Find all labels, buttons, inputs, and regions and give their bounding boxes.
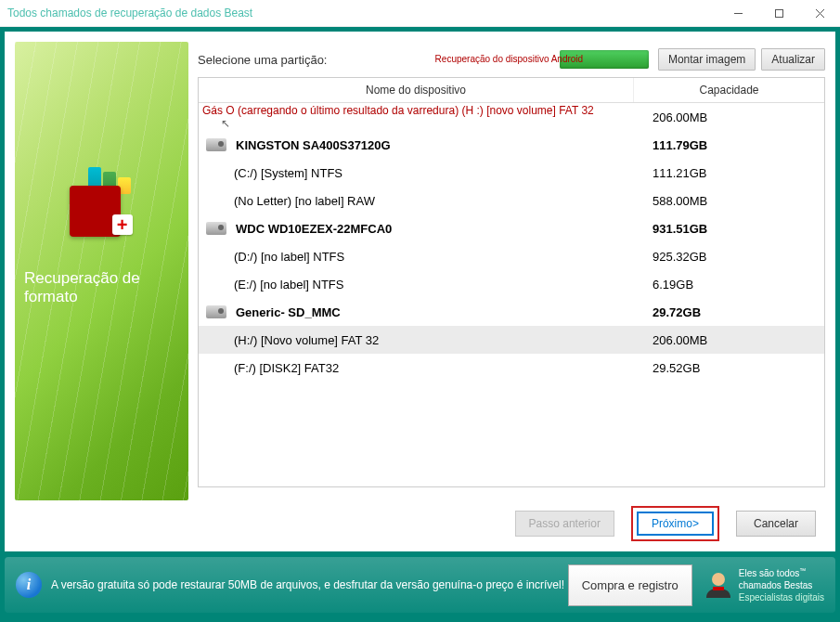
row-name: Generic- SD_MMC <box>236 305 341 319</box>
row-capacity: 588.00MB <box>634 194 824 208</box>
column-device-name[interactable]: Nome do dispositivo <box>199 78 634 102</box>
row-capacity: 925.32GB <box>634 250 824 264</box>
avatar-icon <box>704 570 733 600</box>
footer-actions: Passo anterior Próximo> Cancelar <box>198 487 825 541</box>
window-title: Todos chamados de recuperação de dados B… <box>0 6 252 19</box>
minimize-button[interactable] <box>717 0 758 26</box>
bottom-bar: i A versão gratuita só pode restaurar 50… <box>5 557 835 613</box>
scan-result-row[interactable]: Gás O (carregando o último resultado da … <box>199 103 824 131</box>
disk-icon <box>206 138 226 151</box>
partition-row[interactable]: (H:/) [Novo volume] FAT 32206.00MB <box>199 326 824 354</box>
left-panel: Recuperação de formato <box>15 42 188 500</box>
close-button[interactable] <box>799 0 840 26</box>
slogan-line-1: Eles são todos <box>739 568 800 578</box>
row-capacity: 111.79GB <box>634 138 824 152</box>
top-row: Selecione uma partição: Recuperação do d… <box>198 42 825 77</box>
slogan-box: Eles são todos™ chamados Bestas Especial… <box>704 566 824 603</box>
outer-frame: Recuperação de formato Selecione uma par… <box>0 27 840 622</box>
svg-rect-1 <box>775 9 782 17</box>
title-bar: Todos chamados de recuperação de dados B… <box>0 0 840 27</box>
svg-point-4 <box>712 573 725 586</box>
row-name: WDC WD10EZEX-22MFCA0 <box>236 222 392 236</box>
row-capacity: 29.52GB <box>634 361 824 375</box>
device-table: Nome do dispositivo Capacidade Gás O (ca… <box>198 77 825 487</box>
select-partition-label: Selecione uma partição: <box>198 53 327 67</box>
row-capacity: 206.00MB <box>634 333 824 347</box>
window-controls <box>717 0 840 26</box>
row-capacity: 111.21GB <box>634 166 824 180</box>
cursor-icon: ↖ <box>202 117 230 130</box>
row-name: (H:/) [Novo volume] FAT 32 <box>234 333 379 347</box>
row-name: (D:/) [no label] NTFS <box>234 250 344 264</box>
row-name: (E:/) [no label] NTFS <box>234 278 343 292</box>
disk-row[interactable]: KINGSTON SA400S37120G111.79GB <box>199 131 824 159</box>
maximize-button[interactable] <box>758 0 799 26</box>
column-capacity[interactable]: Capacidade <box>634 78 824 102</box>
right-panel: Selecione uma partição: Recuperação do d… <box>198 42 825 541</box>
scan-info-text: Gás O (carregando o último resultado da … <box>202 104 594 117</box>
partition-row[interactable]: (No Letter) [no label] RAW588.00MB <box>199 187 824 214</box>
recovery-icon <box>60 162 144 237</box>
row-capacity: 931.51GB <box>634 222 824 236</box>
next-highlight: Próximo> <box>631 506 719 541</box>
update-button[interactable]: Atualizar <box>761 48 825 71</box>
svg-rect-5 <box>713 587 724 590</box>
disk-row[interactable]: WDC WD10EZEX-22MFCA0931.51GB <box>199 214 824 242</box>
mount-image-button[interactable]: Montar imagem <box>658 48 756 71</box>
prev-step-button: Passo anterior <box>515 511 614 537</box>
free-version-text: A versão gratuita só pode restaurar 50MB… <box>51 578 564 591</box>
row-name: (C:/) [System] NTFS <box>234 166 342 180</box>
partition-row[interactable]: (E:/) [no label] NTFS6.19GB <box>199 270 824 298</box>
slogan-line-2: chamados Bestas <box>739 579 824 591</box>
partition-row[interactable]: (F:/) [DISK2] FAT3229.52GB <box>199 354 824 382</box>
row-capacity: 6.19GB <box>634 278 824 292</box>
row-capacity: 29.72GB <box>634 305 824 319</box>
row-name: (No Letter) [no label] RAW <box>234 194 375 208</box>
row-name: KINGSTON SA400S37120G <box>236 138 391 152</box>
buy-register-button[interactable]: Compra e registro <box>568 564 692 606</box>
disk-row[interactable]: Generic- SD_MMC29.72GB <box>199 298 824 326</box>
disk-icon <box>206 305 226 318</box>
partition-row[interactable]: (C:/) [System] NTFS111.21GB <box>199 159 824 187</box>
slogan-line-3: Especialistas digitais <box>739 591 824 603</box>
info-icon: i <box>16 572 42 598</box>
panel-heading: Recuperação de formato <box>24 269 188 307</box>
scan-info-capacity: 206.00MB <box>634 110 824 124</box>
partition-row[interactable]: (D:/) [no label] NTFS925.32GB <box>199 242 824 270</box>
next-button[interactable]: Próximo> <box>637 512 714 536</box>
row-name: (F:/) [DISK2] FAT32 <box>234 361 339 375</box>
disk-icon <box>206 222 226 235</box>
plus-icon <box>112 214 133 235</box>
content-area: Recuperação de formato Selecione uma par… <box>5 32 835 551</box>
android-recovery-link[interactable]: Recuperação do dispositivo Android <box>435 50 649 69</box>
cancel-button[interactable]: Cancelar <box>736 511 816 537</box>
